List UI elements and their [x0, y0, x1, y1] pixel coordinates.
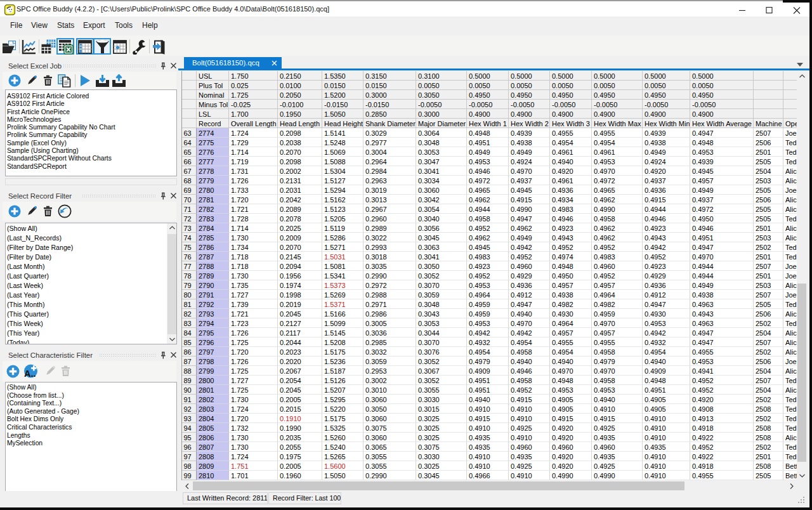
svg-text:A..: A..	[24, 369, 36, 379]
